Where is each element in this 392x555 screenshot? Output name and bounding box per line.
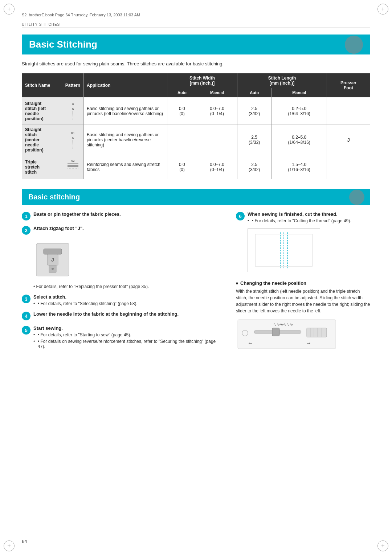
step-2-title: Attach zigzag foot "J". bbox=[33, 226, 221, 231]
svg-text:⊕: ⊕ bbox=[72, 136, 74, 139]
corner-mark-br bbox=[377, 540, 388, 551]
svg-text:01: 01 bbox=[71, 131, 74, 135]
pattern-2: 01 ⊕ bbox=[62, 125, 84, 155]
length-manual-1: 0.2–5.0(1/64–3/16) bbox=[271, 97, 327, 125]
corner-mark-bl bbox=[4, 540, 15, 551]
step-6-number: 6 bbox=[236, 212, 245, 220]
svg-text:02: 02 bbox=[71, 159, 74, 162]
application-2: Basic stitching and sewing gathers or pi… bbox=[84, 125, 167, 155]
svg-text:→: → bbox=[306, 340, 311, 346]
main-heading: Basic Stitching bbox=[22, 35, 370, 54]
changing-needle-title: Changing the needle position bbox=[236, 280, 370, 286]
sub-heading: Basic stitching bbox=[22, 189, 370, 205]
svg-rect-24 bbox=[272, 328, 279, 336]
step-6-title: When sewing is finished, cut the thread. bbox=[248, 211, 370, 217]
step-4-title: Lower the needle into the fabric at the … bbox=[33, 311, 221, 317]
step-2: 2 Attach zigzag foot "J". bbox=[22, 226, 221, 235]
sub-heading-circle-decoration bbox=[349, 190, 364, 205]
changing-needle-desc: With the straight stitch (left needle po… bbox=[236, 288, 370, 314]
width-manual-3: 0.0–7.0(0–1/4) bbox=[197, 155, 237, 179]
application-3: Reinforcing seams and sewing stretch fab… bbox=[84, 155, 167, 179]
svg-text:⊕: ⊕ bbox=[72, 107, 74, 110]
th-stitch-length: Stitch Length[mm (inch.)] bbox=[237, 73, 327, 88]
th-pattern: Pattern bbox=[62, 73, 84, 97]
step-4-content: Lower the needle into the fabric at the … bbox=[33, 311, 221, 318]
th-width-manual: Manual bbox=[197, 88, 237, 97]
corner-mark-tl bbox=[4, 4, 15, 15]
table-row: Straightstitch(centerneedleposition) 01 … bbox=[22, 125, 370, 155]
heading-circle-decoration bbox=[345, 36, 363, 54]
th-stitch-width: Stitch Width[mm (inch.)] bbox=[167, 73, 237, 88]
step-2-note: • For details, refer to "Replacing the p… bbox=[33, 284, 221, 289]
width-manual-2: – bbox=[197, 125, 237, 155]
step-6: 6 When sewing is finished, cut the threa… bbox=[236, 211, 370, 223]
step-1-content: Baste or pin together the fabric pieces. bbox=[33, 211, 221, 218]
col-right: 6 When sewing is finished, cut the threa… bbox=[236, 211, 370, 355]
svg-text:J: J bbox=[51, 257, 54, 263]
pattern-1: ∞ ⊕ bbox=[62, 97, 84, 125]
svg-text:∞: ∞ bbox=[72, 102, 74, 106]
presser-foot-3 bbox=[327, 155, 370, 179]
th-presser-foot: PresserFoot bbox=[327, 73, 370, 97]
step-5-content: Start sewing. • For details, refer to "S… bbox=[33, 325, 221, 349]
file-info: S2_brotherE.book Page 64 Thursday, Febru… bbox=[22, 11, 370, 17]
step-3-content: Select a stitch. • For details, refer to… bbox=[33, 294, 221, 306]
presser-foot-2: J bbox=[327, 125, 370, 155]
corner-mark-tr bbox=[377, 4, 388, 15]
th-width-auto: Auto bbox=[167, 88, 197, 97]
step-5: 5 Start sewing. • For details, refer to … bbox=[22, 325, 221, 349]
th-length-manual: Manual bbox=[271, 88, 327, 97]
width-auto-3: 0.0(0) bbox=[167, 155, 197, 179]
step-3: 3 Select a stitch. • For details, refer … bbox=[22, 294, 221, 306]
length-auto-1: 2.5(3/32) bbox=[237, 97, 271, 125]
step-2-number: 2 bbox=[22, 226, 30, 235]
step-2-content: Attach zigzag foot "J". bbox=[33, 226, 221, 232]
pattern-3: 02 bbox=[62, 155, 84, 179]
changing-needle-section: Changing the needle position With the st… bbox=[236, 280, 370, 352]
step-5-title: Start sewing. bbox=[33, 325, 221, 331]
stitch-preview-container bbox=[248, 228, 370, 273]
width-manual-1: 0.0–7.0(0–1/4) bbox=[197, 97, 237, 125]
svg-rect-12 bbox=[44, 249, 62, 254]
svg-text:∿∿∿∿∿∿: ∿∿∿∿∿∿ bbox=[273, 322, 293, 327]
length-auto-3: 2.5(3/32) bbox=[237, 155, 271, 179]
foot-illustration: J bbox=[33, 240, 221, 281]
step-1: 1 Baste or pin together the fabric piece… bbox=[22, 211, 221, 220]
svg-point-16 bbox=[52, 268, 54, 270]
width-auto-1: 0.0(0) bbox=[167, 97, 197, 125]
length-manual-3: 1.5–4.0(1/16–3/16) bbox=[271, 155, 327, 179]
step-6-content: When sewing is finished, cut the thread.… bbox=[248, 211, 370, 223]
th-application: Application bbox=[84, 73, 167, 97]
length-auto-2: 2.5(3/32) bbox=[237, 125, 271, 155]
step-1-title: Baste or pin together the fabric pieces. bbox=[33, 211, 221, 217]
width-auto-2: – bbox=[167, 125, 197, 155]
step-1-number: 1 bbox=[22, 212, 30, 220]
section-label: UTILITY STITCHES bbox=[22, 23, 370, 28]
length-manual-2: 0.2–5.0(1/64–3/16) bbox=[271, 125, 327, 155]
page-number: 64 bbox=[22, 539, 27, 544]
col-left: 1 Baste or pin together the fabric piece… bbox=[22, 211, 221, 355]
step-6-note: • For details, refer to "Cutting the thr… bbox=[248, 218, 370, 223]
step-3-number: 3 bbox=[22, 295, 30, 303]
application-1: Basic stitching and sewing gathers or pi… bbox=[84, 97, 167, 125]
sub-heading-text: Basic stitching bbox=[28, 193, 80, 201]
page-container: S2_brotherE.book Page 64 Thursday, Febru… bbox=[0, 0, 392, 555]
step-4-number: 4 bbox=[22, 312, 30, 320]
step-5-note-2: • For details on sewing reverse/reinforc… bbox=[33, 339, 221, 349]
step-5-note-1: • For details, refer to "Starting to sew… bbox=[33, 332, 221, 337]
intro-text: Straight stitches are used for sewing pl… bbox=[22, 61, 370, 66]
step-5-number: 5 bbox=[22, 326, 30, 335]
stitch-name-2: Straightstitch(centerneedleposition) bbox=[22, 125, 62, 155]
main-heading-text: Basic Stitching bbox=[29, 39, 97, 50]
step-3-title: Select a stitch. bbox=[33, 294, 221, 300]
table-row: Triplestretchstitch 02 Reinforcing seams… bbox=[22, 155, 370, 179]
step-3-note: • For details, refer to "Selecting stitc… bbox=[33, 301, 221, 306]
stitch-name-1: Straightstitch (leftneedleposition) bbox=[22, 97, 62, 125]
stitch-name-3: Triplestretchstitch bbox=[22, 155, 62, 179]
presser-foot-1 bbox=[327, 97, 370, 125]
svg-text:←: ← bbox=[248, 340, 253, 346]
step-4: 4 Lower the needle into the fabric at th… bbox=[22, 311, 221, 320]
slider-illustration: ∿∿∿∿∿∿ ← → bbox=[236, 318, 370, 352]
th-stitch-name: Stitch Name bbox=[22, 73, 62, 97]
two-col-layout: 1 Baste or pin together the fabric piece… bbox=[22, 211, 370, 355]
